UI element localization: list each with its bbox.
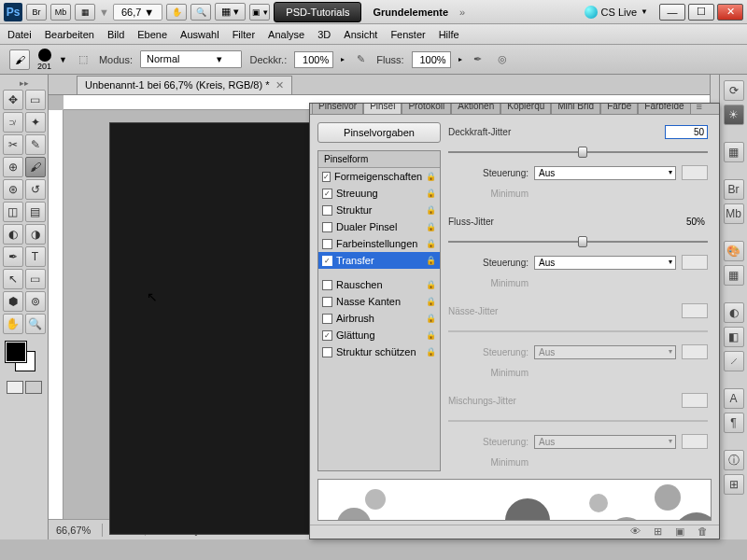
lock-icon[interactable]: 🔒 — [426, 189, 436, 198]
checkbox-icon[interactable]: ✓ — [322, 256, 332, 266]
tab-protokoll[interactable]: Protokoll — [402, 104, 451, 114]
info-icon[interactable]: ⓘ — [724, 450, 744, 470]
fluss-jitter-value[interactable]: 50% — [665, 216, 708, 228]
tab-farbfelder[interactable]: Farbfelde — [638, 104, 690, 114]
tab-aktionen[interactable]: Aktionen — [451, 104, 500, 114]
zoom-tool-btn[interactable]: 🔍 — [190, 4, 211, 21]
checkbox-icon[interactable] — [322, 297, 332, 307]
lock-icon[interactable]: 🔒 — [426, 314, 436, 323]
brush-tool[interactable]: 🖌 — [25, 157, 46, 177]
airbrush-icon[interactable]: ✒ — [470, 51, 486, 68]
lock-icon[interactable]: 🔒 — [426, 172, 436, 181]
status-zoom[interactable]: 66,67% — [56, 525, 91, 536]
blend-mode-select[interactable]: Normal▾ — [140, 50, 242, 68]
document-tab[interactable]: Unbenannt-1 bei 66,7% (Kreis, RGB/8) * ✕ — [77, 76, 292, 94]
lock-icon[interactable]: 🔒 — [426, 330, 436, 340]
nav-icon[interactable]: ⊞ — [724, 474, 744, 495]
checkbox-icon[interactable] — [322, 239, 332, 249]
screen-mode-btn[interactable]: ▣ ▾ — [249, 4, 270, 21]
list-header[interactable]: Pinselform — [318, 151, 440, 168]
menu-datei[interactable]: Datei — [7, 29, 32, 40]
canvas[interactable] — [110, 123, 325, 534]
lock-icon[interactable]: 🔒 — [426, 205, 436, 215]
menu-3d[interactable]: 3D — [317, 29, 331, 40]
menu-hilfe[interactable]: Hilfe — [439, 29, 459, 40]
swatches-icon[interactable]: ▦ — [724, 265, 744, 286]
menu-fenster[interactable]: Fenster — [390, 29, 425, 40]
brush-option-streuung[interactable]: ✓Streuung🔒 — [318, 185, 440, 202]
new-brush-icon[interactable]: ▣ — [672, 525, 687, 539]
tab-minibridge[interactable]: Mini Brid — [551, 104, 600, 114]
deckkraft-jitter-input[interactable] — [665, 125, 708, 139]
lasso-tool[interactable]: ⟉ — [3, 112, 23, 133]
brush-preset-picker[interactable]: 201 — [37, 49, 51, 71]
steuerung1-select[interactable]: Aus — [534, 166, 676, 180]
tab-farbe[interactable]: Farbe — [600, 104, 638, 114]
path-select-tool[interactable]: ↖ — [3, 269, 23, 289]
new-preset-icon[interactable]: ⊞ — [650, 525, 665, 539]
menu-filter[interactable]: Filter — [233, 29, 255, 40]
menu-bild[interactable]: Bild — [107, 29, 124, 40]
color-swatches[interactable] — [6, 342, 43, 375]
checkbox-icon[interactable]: ✓ — [322, 330, 332, 341]
tablet-opacity-icon[interactable]: ✎ — [352, 51, 369, 68]
lock-icon[interactable]: 🔒 — [426, 280, 436, 289]
menu-ansicht[interactable]: Ansicht — [344, 29, 377, 40]
brush-option-rauschen[interactable]: Rauschen🔒 — [318, 276, 440, 293]
crop-tool[interactable]: ✂ — [3, 134, 23, 155]
zoom-tool[interactable]: 🔍 — [25, 314, 46, 334]
lock-icon[interactable]: 🔒 — [426, 239, 436, 248]
cslive-label[interactable]: CS Live — [601, 7, 638, 18]
arrange-docs-btn[interactable]: ▦ ▾ — [215, 3, 246, 21]
eyedropper-tool[interactable]: ✎ — [25, 134, 46, 155]
brush-option-struktur[interactable]: Struktur🔒 — [318, 202, 440, 218]
quickselect-tool[interactable]: ✦ — [25, 112, 46, 133]
brush-tool-icon[interactable]: 🖌 — [9, 49, 30, 70]
menu-bearbeiten[interactable]: Bearbeiten — [45, 29, 94, 40]
styles-icon[interactable]: ◐ — [724, 302, 744, 323]
stamp-tool[interactable]: ⊛ — [3, 179, 23, 200]
eraser-tool[interactable]: ◫ — [3, 202, 23, 222]
lock-icon[interactable]: 🔒 — [426, 347, 436, 357]
history-icon[interactable]: ⟳ — [724, 80, 744, 101]
toggle-preview-icon[interactable]: 👁 — [627, 525, 642, 539]
color-icon[interactable]: 🎨 — [724, 241, 744, 261]
brush-option-airbrush[interactable]: Airbrush🔒 — [318, 310, 440, 327]
bridge-btn[interactable]: Br — [26, 4, 47, 21]
quickmask-mode-icon[interactable] — [25, 381, 42, 394]
adjustments-icon[interactable]: ☀ — [724, 105, 744, 125]
paths-icon[interactable]: ⟋ — [724, 351, 744, 371]
checkbox-icon[interactable] — [322, 280, 332, 290]
lock-icon[interactable]: 🔒 — [426, 297, 436, 306]
gradient-tool[interactable]: ▤ — [25, 202, 46, 222]
hand-tool-btn[interactable]: ✋ — [166, 4, 187, 21]
dodge-tool[interactable]: ◑ — [25, 224, 46, 245]
workspace-switcher[interactable]: PSD-Tutorials — [274, 2, 361, 22]
bridge-dock-icon[interactable]: Br — [724, 179, 744, 200]
trash-icon[interactable]: 🗑 — [695, 525, 710, 539]
checkbox-icon[interactable] — [322, 347, 332, 357]
brush-option-glättung[interactable]: ✓Glättung🔒 — [318, 327, 440, 343]
tab-close-icon[interactable]: ✕ — [275, 79, 284, 91]
character-icon[interactable]: A — [724, 388, 744, 409]
menu-auswahl[interactable]: Auswahl — [180, 29, 219, 40]
heal-tool[interactable]: ⊕ — [3, 157, 23, 177]
brush-presets-button[interactable]: Pinselvorgaben — [317, 122, 441, 143]
brush-option-transfer[interactable]: ✓Transfer🔒 — [318, 252, 440, 269]
checkbox-icon[interactable] — [322, 222, 332, 232]
brush-option-struktur-schützen[interactable]: Struktur schützen🔒 — [318, 343, 440, 360]
layers-icon[interactable]: ▦ — [724, 142, 744, 162]
checkbox-icon[interactable] — [322, 205, 332, 216]
mb-dock-icon[interactable]: Mb — [724, 203, 744, 224]
more-icon[interactable]: » — [459, 7, 465, 18]
panel-more-icon[interactable]: ▸▸ ≡ — [691, 104, 717, 114]
checkbox-icon[interactable]: ✓ — [322, 189, 332, 199]
view-extras-btn[interactable]: ▦ — [75, 4, 95, 21]
paragraph-icon[interactable]: ¶ — [724, 413, 744, 433]
lock-icon[interactable]: 🔒 — [426, 256, 436, 265]
zoom-level[interactable]: 66,7 ▼ — [113, 4, 162, 21]
minibridge-btn[interactable]: Mb — [50, 4, 71, 21]
minimize-btn[interactable]: — — [659, 4, 685, 21]
channels-icon[interactable]: ◧ — [724, 327, 744, 347]
brush-option-formeigenschaften[interactable]: ✓Formeigenschaften🔒 — [318, 168, 440, 185]
